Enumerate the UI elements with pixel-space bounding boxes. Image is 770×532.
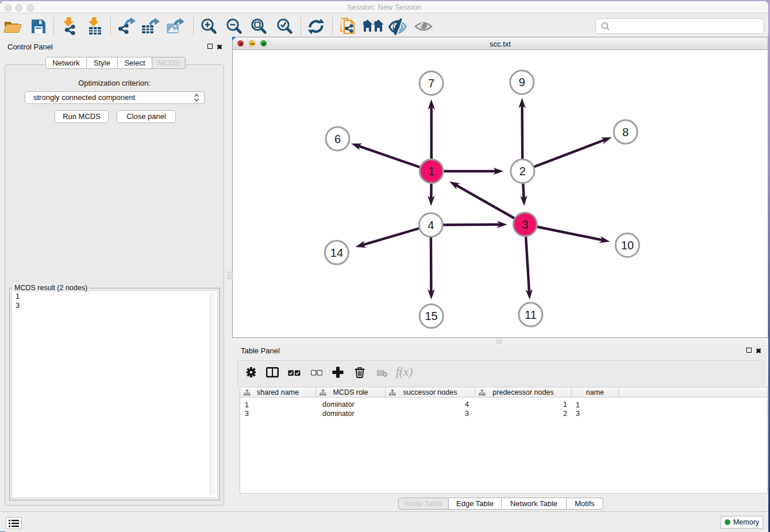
svg-text:2: 2: [519, 165, 526, 178]
svg-text:1: 1: [428, 165, 434, 178]
svg-text:15: 15: [425, 310, 437, 322]
svg-text:10: 10: [621, 239, 634, 252]
svg-text:3: 3: [522, 218, 528, 231]
svg-text:6: 6: [334, 133, 341, 145]
svg-text:7: 7: [428, 77, 434, 90]
svg-text:14: 14: [330, 246, 343, 259]
svg-text:9: 9: [519, 76, 525, 88]
svg-text:11: 11: [525, 309, 537, 321]
svg-text:4: 4: [428, 219, 434, 232]
svg-text:8: 8: [622, 126, 629, 138]
